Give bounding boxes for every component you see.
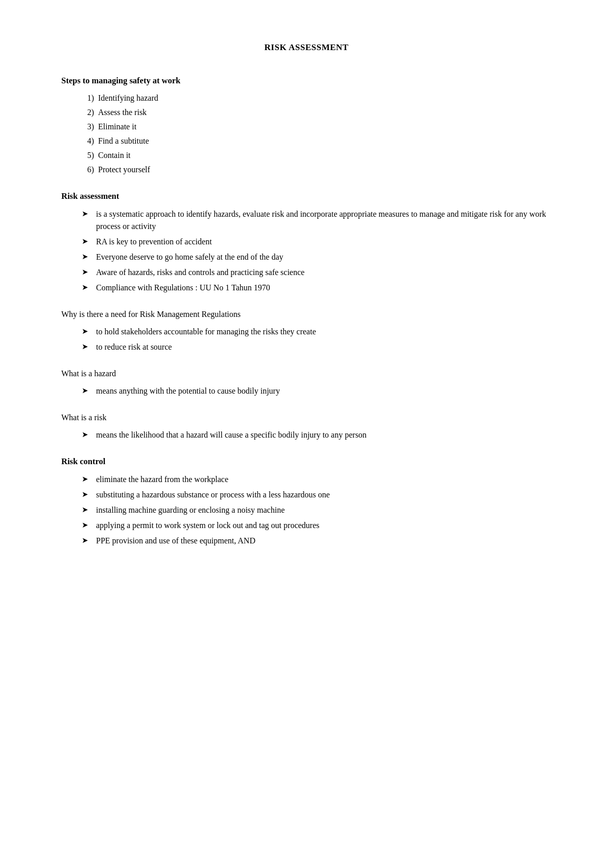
- arrow-icon: ➤: [82, 251, 91, 263]
- page-title: RISK ASSESSMENT: [61, 41, 552, 54]
- list-item: 1)Identifying hazard: [82, 92, 552, 104]
- arrow-icon: ➤: [82, 208, 91, 220]
- arrow-icon: ➤: [82, 385, 91, 397]
- list-item: ➤Compliance with Regulations : UU No 1 T…: [82, 282, 552, 294]
- arrow-icon: ➤: [82, 504, 91, 516]
- steps-list: 1)Identifying hazard 2)Assess the risk 3…: [61, 92, 552, 176]
- what-hazard-list: ➤means anything with the potential to ca…: [61, 385, 552, 397]
- list-item: 6)Protect yourself: [82, 164, 552, 176]
- section-risk-assessment: Risk assessment ➤is a systematic approac…: [61, 190, 552, 294]
- list-item: ➤to reduce risk at source: [82, 341, 552, 353]
- risk-control-list: ➤eliminate the hazard from the workplace…: [61, 473, 552, 547]
- arrow-icon: ➤: [82, 519, 91, 531]
- arrow-icon: ➤: [82, 341, 91, 353]
- list-item: ➤Aware of hazards, risks and controls an…: [82, 266, 552, 279]
- list-item: ➤PPE provision and use of these equipmen…: [82, 535, 552, 547]
- section-risk-assessment-heading: Risk assessment: [61, 190, 552, 203]
- list-item: ➤means anything with the potential to ca…: [82, 385, 552, 397]
- why-risk-list: ➤to hold stakeholders accountable for ma…: [61, 326, 552, 353]
- list-item: ➤Everyone deserve to go home safely at t…: [82, 251, 552, 263]
- arrow-icon: ➤: [82, 282, 91, 293]
- list-item: ➤eliminate the hazard from the workplace: [82, 473, 552, 486]
- arrow-icon: ➤: [82, 535, 91, 546]
- what-risk-plain: What is a risk: [61, 412, 552, 424]
- list-item: 5)Contain it: [82, 149, 552, 162]
- list-item: ➤RA is key to prevention of accident: [82, 236, 552, 248]
- list-item: ➤installing machine guarding or enclosin…: [82, 504, 552, 516]
- section-steps-heading: Steps to managing safety at work: [61, 75, 552, 87]
- arrow-icon: ➤: [82, 266, 91, 278]
- list-item: ➤is a systematic approach to identify ha…: [82, 208, 552, 233]
- why-risk-plain: Why is there a need for Risk Management …: [61, 308, 552, 321]
- section-what-hazard: What is a hazard ➤means anything with th…: [61, 368, 552, 397]
- section-risk-control-heading: Risk control: [61, 455, 552, 468]
- list-item: 2)Assess the risk: [82, 106, 552, 119]
- list-item: ➤to hold stakeholders accountable for ma…: [82, 326, 552, 338]
- section-steps: Steps to managing safety at work 1)Ident…: [61, 75, 552, 176]
- section-why-risk: Why is there a need for Risk Management …: [61, 308, 552, 353]
- risk-assessment-list: ➤is a systematic approach to identify ha…: [61, 208, 552, 294]
- arrow-icon: ➤: [82, 236, 91, 247]
- list-item: 3)Eliminate it: [82, 121, 552, 133]
- list-item: ➤substituting a hazardous substance or p…: [82, 489, 552, 501]
- arrow-icon: ➤: [82, 489, 91, 500]
- what-risk-list: ➤means the likelihood that a hazard will…: [61, 429, 552, 441]
- arrow-icon: ➤: [82, 429, 91, 441]
- list-item: ➤applying a permit to work system or loc…: [82, 519, 552, 532]
- section-what-risk: What is a risk ➤means the likelihood tha…: [61, 412, 552, 441]
- arrow-icon: ➤: [82, 473, 91, 485]
- arrow-icon: ➤: [82, 326, 91, 337]
- list-item: ➤means the likelihood that a hazard will…: [82, 429, 552, 441]
- list-item: 4)Find a subtitute: [82, 135, 552, 147]
- section-risk-control: Risk control ➤eliminate the hazard from …: [61, 455, 552, 547]
- what-hazard-plain: What is a hazard: [61, 368, 552, 380]
